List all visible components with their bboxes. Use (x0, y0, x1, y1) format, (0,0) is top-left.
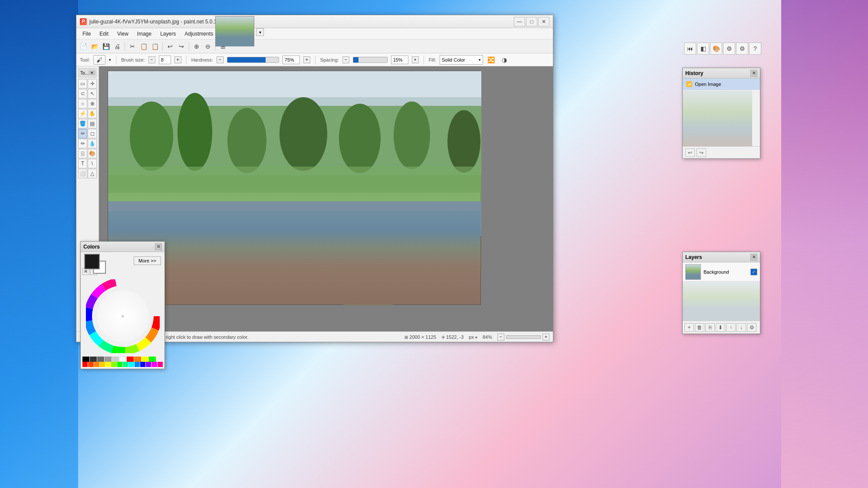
tab-dropdown-button[interactable]: ▾ (256, 28, 264, 36)
rainbow-5[interactable] (105, 362, 111, 367)
open-file-button[interactable]: 📂 (89, 41, 100, 52)
zoom-out-status[interactable]: − (497, 334, 504, 341)
color-wheel[interactable] (86, 279, 160, 353)
print-button[interactable]: 🖨 (112, 41, 122, 52)
history-redo-button[interactable]: ↪ (697, 148, 706, 157)
spacing-value[interactable]: 15% (391, 56, 408, 64)
spacing-increase[interactable]: + (412, 56, 419, 63)
history-icon-btn[interactable]: ⏮ (684, 43, 696, 55)
layers-icon-btn[interactable]: ◧ (697, 43, 709, 55)
brush-size-input[interactable]: 8 (159, 56, 171, 64)
history-panel-header[interactable]: History ✕ (683, 68, 760, 79)
lasso-tool[interactable]: ⊂ (78, 89, 87, 98)
new-file-button[interactable]: 📄 (78, 41, 89, 52)
zoom-in-status[interactable]: + (542, 334, 549, 341)
swatch-red[interactable] (127, 357, 134, 362)
save-button[interactable]: 💾 (101, 41, 111, 52)
tool-panel-close[interactable]: ✕ (89, 70, 95, 75)
menu-edit[interactable]: Edit (95, 29, 113, 38)
zoom-out-button[interactable]: ⊖ (203, 41, 213, 52)
effects-panel-btn[interactable]: ⚙ (723, 43, 735, 55)
rainbow-13[interactable] (151, 362, 157, 367)
zoom-in-button[interactable]: ⊕ (191, 41, 202, 52)
hardness-value[interactable]: 75% (283, 56, 300, 64)
image-tab[interactable] (215, 16, 254, 46)
tool-panel-header[interactable]: To... ✕ (78, 68, 97, 78)
zoom-slider[interactable] (506, 335, 541, 339)
pencil-tool[interactable]: ✏ (78, 139, 87, 148)
duplicate-layer-button[interactable]: ⎘ (705, 323, 715, 332)
colors-panel-btn[interactable]: 🎨 (710, 43, 722, 55)
rainbow-14[interactable] (158, 362, 163, 367)
cut-button[interactable]: ✂ (127, 41, 138, 52)
magic-wand-tool[interactable]: ⚡ (78, 109, 87, 118)
text-tool[interactable]: T (78, 159, 87, 168)
rainbow-12[interactable] (146, 362, 151, 367)
move-layer-down-button[interactable]: ↓ (736, 323, 746, 332)
hardness-slider[interactable] (227, 57, 279, 63)
history-undo-button[interactable]: ↩ (685, 148, 695, 157)
swatch-yellow[interactable] (141, 357, 148, 362)
brush-size-decrease[interactable]: − (148, 56, 155, 63)
menu-image[interactable]: Image (133, 29, 156, 38)
menu-view[interactable]: View (113, 29, 133, 38)
maximize-button[interactable]: □ (526, 17, 537, 26)
help-btn[interactable]: ? (749, 43, 761, 55)
rainbow-11[interactable] (140, 362, 145, 367)
minimize-button[interactable]: — (514, 17, 525, 26)
layers-close-button[interactable]: ✕ (750, 254, 757, 261)
rainbow-10[interactable] (135, 362, 140, 367)
rainbow-2[interactable] (88, 362, 93, 367)
history-item-open-image[interactable]: 📁 Open Image (683, 79, 760, 90)
brush-size-increase[interactable]: + (174, 56, 181, 63)
swatch-green[interactable] (149, 357, 156, 362)
more-colors-button[interactable]: More >> (134, 256, 161, 265)
swatch-white[interactable] (119, 357, 126, 362)
swatch-dark-gray[interactable] (90, 357, 97, 362)
pan-tool[interactable]: ✋ (88, 109, 97, 118)
recolor-tool[interactable]: 🎨 (88, 149, 97, 158)
blend-mode-button[interactable]: 🔀 (487, 55, 496, 65)
layer-visibility-toggle[interactable]: ✓ (750, 269, 757, 275)
swatch-orange[interactable] (134, 357, 141, 362)
rainbow-9[interactable] (128, 362, 134, 367)
rainbow-8[interactable] (123, 362, 128, 367)
paste-button[interactable]: 📋 (150, 41, 160, 52)
swatch-light-gray[interactable] (105, 357, 112, 362)
move-tool[interactable]: ✛ (88, 79, 97, 88)
clone-tool[interactable]: ⌻ (78, 149, 87, 158)
menu-layers[interactable]: Layers (156, 29, 180, 38)
polygon-tool[interactable]: △ (88, 169, 97, 178)
swatch-mid-gray[interactable] (97, 357, 104, 362)
rectangle-select-tool[interactable]: ▭ (78, 79, 87, 88)
colors-close-button[interactable]: ✕ (155, 243, 162, 250)
move-layer-up-button[interactable]: ↑ (726, 323, 736, 332)
menu-file[interactable]: File (78, 29, 95, 38)
layers-panel-header[interactable]: Layers ✕ (683, 252, 760, 262)
tool-dropdown-arrow[interactable]: ▾ (109, 58, 111, 62)
layer-properties-button[interactable]: ⚙ (747, 323, 756, 332)
ellipse-select-tool[interactable]: ○ (78, 99, 87, 108)
shapes-tool[interactable]: ⬜ (78, 169, 87, 178)
paint-bucket-tool[interactable]: 🪣 (78, 119, 87, 128)
color-wheel-container[interactable] (86, 279, 160, 353)
settings-btn[interactable]: ⚙ (736, 43, 748, 55)
redo-button[interactable]: ↪ (176, 41, 187, 52)
gradient-tool[interactable]: ▤ (88, 119, 97, 128)
canvas-area[interactable] (99, 66, 553, 331)
undo-button[interactable]: ↩ (165, 41, 175, 52)
rainbow-6[interactable] (111, 362, 116, 367)
primary-color-swatch[interactable] (84, 254, 100, 269)
merge-layer-button[interactable]: ⬇ (716, 323, 725, 332)
line-tool[interactable]: \ (88, 159, 97, 168)
colors-panel-header[interactable]: Colors ✕ (81, 242, 164, 252)
units-selector[interactable]: px ▾ (469, 334, 477, 340)
menu-adjustments[interactable]: Adjustments (180, 29, 217, 38)
spacing-decrease[interactable]: − (342, 56, 349, 63)
swatch-black[interactable] (82, 357, 89, 362)
history-close-button[interactable]: ✕ (750, 70, 757, 77)
copy-button[interactable]: 📋 (138, 41, 149, 52)
delete-layer-button[interactable]: 🗑 (695, 323, 704, 332)
hardness-decrease[interactable]: − (217, 56, 224, 63)
spacing-slider[interactable] (353, 57, 388, 63)
